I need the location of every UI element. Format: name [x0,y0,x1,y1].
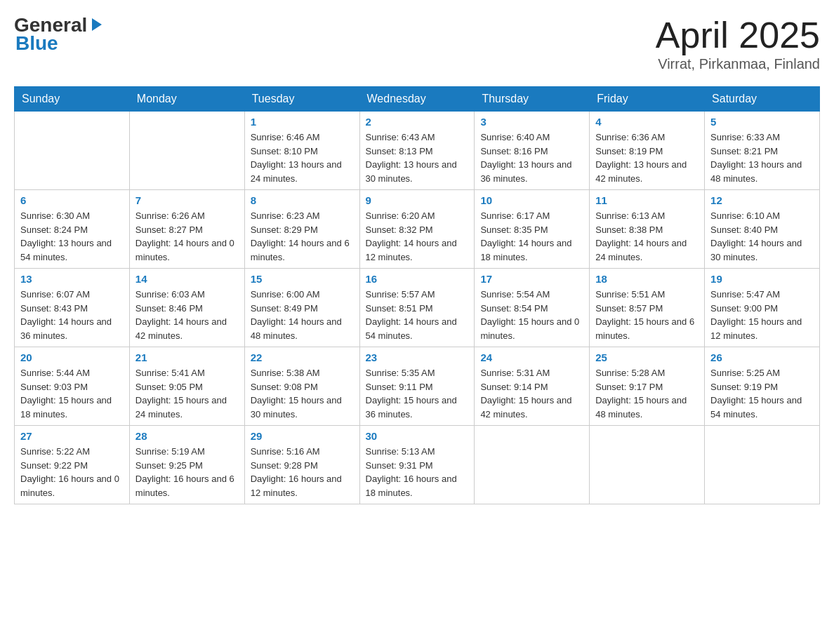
calendar-cell: 3Sunrise: 6:40 AMSunset: 8:16 PMDaylight… [475,112,590,190]
calendar-cell: 9Sunrise: 6:20 AMSunset: 8:32 PMDaylight… [359,190,475,269]
calendar-cell [705,426,820,504]
calendar-cell: 17Sunrise: 5:54 AMSunset: 8:54 PMDayligh… [475,269,590,347]
calendar-cell [590,426,705,504]
day-number: 17 [480,273,583,285]
sun-info: Sunrise: 5:25 AMSunset: 9:19 PMDaylight:… [710,366,814,421]
sun-info: Sunrise: 5:47 AMSunset: 9:00 PMDaylight:… [710,288,814,342]
sun-info: Sunrise: 6:03 AMSunset: 8:46 PMDaylight:… [135,288,239,342]
day-number: 14 [135,273,239,285]
day-number: 12 [710,194,814,206]
sun-info: Sunrise: 6:36 AMSunset: 8:19 PMDaylight:… [595,130,699,185]
day-number: 16 [366,273,469,285]
calendar-day-header: Monday [129,87,244,112]
calendar-week-row: 1Sunrise: 6:46 AMSunset: 8:10 PMDaylight… [15,112,820,190]
calendar-day-header: Thursday [475,87,590,112]
sun-info: Sunrise: 6:17 AMSunset: 8:35 PMDaylight:… [480,209,583,264]
day-number: 23 [366,351,469,363]
page-subtitle: Virrat, Pirkanmaa, Finland [656,56,820,72]
day-number: 27 [20,430,124,442]
day-number: 5 [710,116,814,128]
calendar-cell: 15Sunrise: 6:00 AMSunset: 8:49 PMDayligh… [244,269,359,347]
day-number: 11 [595,194,699,206]
day-number: 25 [595,351,699,363]
calendar-cell: 18Sunrise: 5:51 AMSunset: 8:57 PMDayligh… [590,269,705,347]
day-number: 6 [20,194,124,206]
sun-info: Sunrise: 6:10 AMSunset: 8:40 PMDaylight:… [710,209,814,264]
sun-info: Sunrise: 5:38 AMSunset: 9:08 PMDaylight:… [251,366,354,421]
day-number: 21 [135,351,239,363]
calendar-cell [15,112,130,190]
title-block: April 2025 Virrat, Pirkanmaa, Finland [656,14,820,72]
calendar-week-row: 6Sunrise: 6:30 AMSunset: 8:24 PMDaylight… [15,190,820,269]
calendar-cell: 14Sunrise: 6:03 AMSunset: 8:46 PMDayligh… [129,269,244,347]
calendar-cell: 8Sunrise: 6:23 AMSunset: 8:29 PMDaylight… [244,190,359,269]
sun-info: Sunrise: 6:33 AMSunset: 8:21 PMDaylight:… [710,130,814,185]
sun-info: Sunrise: 6:30 AMSunset: 8:24 PMDaylight:… [20,209,124,264]
sun-info: Sunrise: 5:22 AMSunset: 9:22 PMDaylight:… [20,445,124,499]
calendar-cell: 6Sunrise: 6:30 AMSunset: 8:24 PMDaylight… [15,190,130,269]
day-number: 7 [135,194,239,206]
calendar-cell: 7Sunrise: 6:26 AMSunset: 8:27 PMDaylight… [129,190,244,269]
calendar-cell: 1Sunrise: 6:46 AMSunset: 8:10 PMDaylight… [244,112,359,190]
calendar-day-header: Saturday [705,87,820,112]
sun-info: Sunrise: 5:19 AMSunset: 9:25 PMDaylight:… [135,445,239,499]
sun-info: Sunrise: 5:44 AMSunset: 9:03 PMDaylight:… [20,366,124,421]
calendar-cell: 28Sunrise: 5:19 AMSunset: 9:25 PMDayligh… [129,426,244,504]
sun-info: Sunrise: 5:13 AMSunset: 9:31 PMDaylight:… [366,445,469,499]
sun-info: Sunrise: 5:51 AMSunset: 8:57 PMDaylight:… [595,288,699,342]
sun-info: Sunrise: 6:43 AMSunset: 8:13 PMDaylight:… [366,130,469,185]
calendar-cell: 13Sunrise: 6:07 AMSunset: 8:43 PMDayligh… [15,269,130,347]
day-number: 1 [251,116,354,128]
calendar-cell: 29Sunrise: 5:16 AMSunset: 9:28 PMDayligh… [244,426,359,504]
sun-info: Sunrise: 5:54 AMSunset: 8:54 PMDaylight:… [480,288,583,342]
day-number: 30 [366,430,469,442]
calendar-week-row: 27Sunrise: 5:22 AMSunset: 9:22 PMDayligh… [15,426,820,504]
calendar-cell: 11Sunrise: 6:13 AMSunset: 8:38 PMDayligh… [590,190,705,269]
sun-info: Sunrise: 6:07 AMSunset: 8:43 PMDaylight:… [20,288,124,342]
calendar-week-row: 20Sunrise: 5:44 AMSunset: 9:03 PMDayligh… [15,347,820,426]
day-number: 15 [251,273,354,285]
calendar-cell: 4Sunrise: 6:36 AMSunset: 8:19 PMDaylight… [590,112,705,190]
logo-blue: Blue [15,32,58,55]
day-number: 24 [480,351,583,363]
calendar-day-header: Wednesday [359,87,475,112]
calendar-cell: 22Sunrise: 5:38 AMSunset: 9:08 PMDayligh… [244,347,359,426]
day-number: 29 [251,430,354,442]
sun-info: Sunrise: 6:26 AMSunset: 8:27 PMDaylight:… [135,209,239,264]
sun-info: Sunrise: 6:20 AMSunset: 8:32 PMDaylight:… [366,209,469,264]
calendar-cell: 27Sunrise: 5:22 AMSunset: 9:22 PMDayligh… [15,426,130,504]
sun-info: Sunrise: 5:16 AMSunset: 9:28 PMDaylight:… [251,445,354,499]
day-number: 2 [366,116,469,128]
calendar-cell: 10Sunrise: 6:17 AMSunset: 8:35 PMDayligh… [475,190,590,269]
day-number: 13 [20,273,124,285]
sun-info: Sunrise: 5:35 AMSunset: 9:11 PMDaylight:… [366,366,469,421]
day-number: 28 [135,430,239,442]
day-number: 26 [710,351,814,363]
day-number: 8 [251,194,354,206]
calendar-day-header: Sunday [15,87,130,112]
day-number: 4 [595,116,699,128]
logo: General Blue [14,14,105,55]
calendar-cell: 26Sunrise: 5:25 AMSunset: 9:19 PMDayligh… [705,347,820,426]
sun-info: Sunrise: 5:41 AMSunset: 9:05 PMDaylight:… [135,366,239,421]
calendar-table: SundayMondayTuesdayWednesdayThursdayFrid… [14,86,820,504]
calendar-day-header: Friday [590,87,705,112]
day-number: 20 [20,351,124,363]
sun-info: Sunrise: 5:28 AMSunset: 9:17 PMDaylight:… [595,366,699,421]
day-number: 18 [595,273,699,285]
sun-info: Sunrise: 6:00 AMSunset: 8:49 PMDaylight:… [251,288,354,342]
calendar-cell: 30Sunrise: 5:13 AMSunset: 9:31 PMDayligh… [359,426,475,504]
sun-info: Sunrise: 6:23 AMSunset: 8:29 PMDaylight:… [251,209,354,264]
sun-info: Sunrise: 5:31 AMSunset: 9:14 PMDaylight:… [480,366,583,421]
calendar-cell: 20Sunrise: 5:44 AMSunset: 9:03 PMDayligh… [15,347,130,426]
page-title: April 2025 [656,14,820,56]
calendar-cell: 5Sunrise: 6:33 AMSunset: 8:21 PMDaylight… [705,112,820,190]
calendar-week-row: 13Sunrise: 6:07 AMSunset: 8:43 PMDayligh… [15,269,820,347]
calendar-cell: 12Sunrise: 6:10 AMSunset: 8:40 PMDayligh… [705,190,820,269]
sun-info: Sunrise: 6:46 AMSunset: 8:10 PMDaylight:… [251,130,354,185]
day-number: 9 [366,194,469,206]
calendar-cell: 19Sunrise: 5:47 AMSunset: 9:00 PMDayligh… [705,269,820,347]
day-number: 3 [480,116,583,128]
calendar-cell: 21Sunrise: 5:41 AMSunset: 9:05 PMDayligh… [129,347,244,426]
sun-info: Sunrise: 6:40 AMSunset: 8:16 PMDaylight:… [480,130,583,185]
